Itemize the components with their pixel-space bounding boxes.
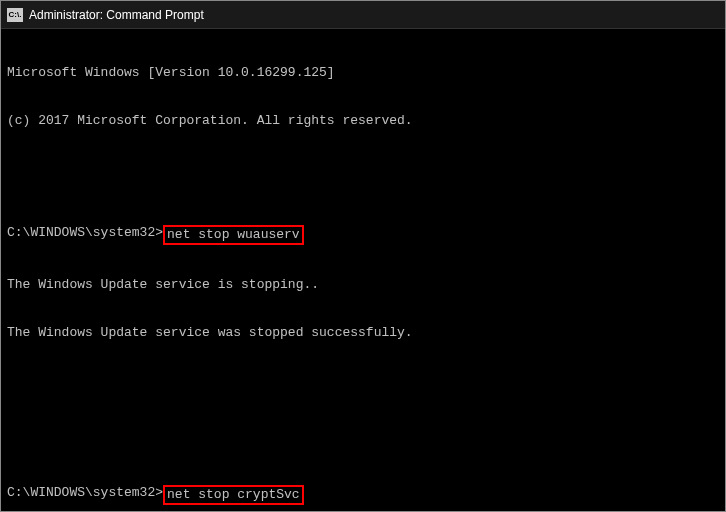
output-line: The Windows Update service is stopping.. — [7, 277, 719, 293]
window-title: Administrator: Command Prompt — [29, 8, 204, 22]
blank-line — [7, 421, 719, 437]
prompt: C:\WINDOWS\system32> — [7, 225, 163, 241]
blank-line — [7, 373, 719, 389]
terminal-output[interactable]: Microsoft Windows [Version 10.0.16299.12… — [1, 29, 725, 512]
prompt: C:\WINDOWS\system32> — [7, 485, 163, 501]
version-line: Microsoft Windows [Version 10.0.16299.12… — [7, 65, 719, 81]
blank-line — [7, 161, 719, 177]
output-line: The Windows Update service was stopped s… — [7, 325, 719, 341]
command-highlight: net stop cryptSvc — [163, 485, 304, 505]
command-line: C:\WINDOWS\system32>net stop cryptSvc — [7, 485, 719, 505]
command-line: C:\WINDOWS\system32>net stop wuauserv — [7, 225, 719, 245]
window-titlebar[interactable]: C:\. Administrator: Command Prompt — [1, 1, 725, 29]
copyright-line: (c) 2017 Microsoft Corporation. All righ… — [7, 113, 719, 129]
command-highlight: net stop wuauserv — [163, 225, 304, 245]
cmd-icon: C:\. — [7, 8, 23, 22]
